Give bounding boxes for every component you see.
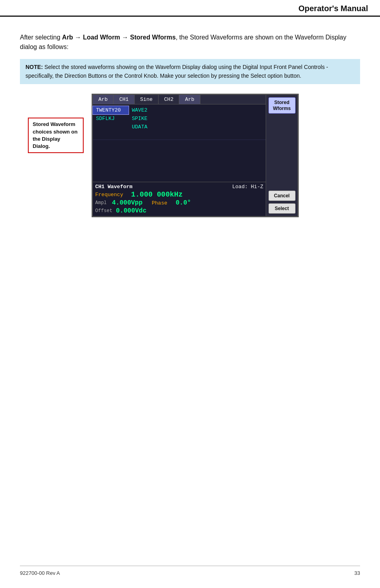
device-screen: Arb CH1 Sine CH2 Arb xyxy=(92,94,299,217)
ampl-value: 4.000Vpp xyxy=(112,199,152,206)
offset-row: Offset 0.000Vdc xyxy=(95,207,263,214)
tab-ch1[interactable]: CH1 xyxy=(114,95,134,104)
wf-cell-udata[interactable]: UDATA xyxy=(129,123,165,131)
ampl-row: Ampl 4.000Vpp Phase 0.0° xyxy=(95,199,263,206)
tab-arb-right[interactable]: Arb xyxy=(179,95,200,104)
note-text: Select the stored waveforms showing on t… xyxy=(25,64,328,79)
intro-paragraph: After selecting Arb → Load Wform → Store… xyxy=(20,33,360,52)
frequency-label: Frequency xyxy=(95,192,131,198)
wf-cell-twenty20[interactable]: TWENTY20 xyxy=(93,106,129,114)
offset-value: 0.000Vdc xyxy=(116,207,147,214)
label-line1: Stored Waveform xyxy=(33,121,79,128)
bottom-info: CH1 Waveform Load: Hi-Z Frequency 1.000 … xyxy=(93,182,266,216)
phase-label: Phase xyxy=(152,200,176,206)
ampl-label: Ampl xyxy=(95,200,112,206)
select-button[interactable]: Select xyxy=(268,203,296,214)
offset-label: Offset xyxy=(95,208,116,214)
wf-empty-row xyxy=(93,131,266,140)
footer-right: 33 xyxy=(355,570,360,576)
wf-cell-wave2[interactable]: WAVE2 xyxy=(129,106,165,114)
wf-cell-sdflkj[interactable]: SDFLKJ xyxy=(93,114,129,123)
wf-cell-spike[interactable]: SPIKE xyxy=(129,114,165,123)
button-panel: StoredWforms Cancel Select xyxy=(266,95,298,216)
btn-group-bottom: Cancel Select xyxy=(268,191,295,214)
load-label: Load: Hi-Z xyxy=(232,184,263,190)
label-line2: choices shown on xyxy=(33,128,79,136)
label-box: Stored Waveform choices shown on the Dis… xyxy=(28,118,84,153)
stored-wforms-button[interactable]: StoredWforms xyxy=(268,97,296,114)
frequency-value: 1.000 000kHz xyxy=(131,191,183,199)
btn-group-top: StoredWforms xyxy=(268,97,295,114)
wf-row-0[interactable]: TWENTY20 WAVE2 xyxy=(93,106,266,114)
manual-title: Operator's Manual xyxy=(298,4,368,13)
display-panel: Arb CH1 Sine CH2 Arb xyxy=(93,95,266,216)
footer-left: 922700-00 Rev A xyxy=(20,570,60,576)
tab-arb-left[interactable]: Arb xyxy=(93,95,114,104)
page-footer: 922700-00 Rev A 33 xyxy=(20,566,360,576)
label-line3: the Display Dialog. xyxy=(33,136,79,150)
phase-value: 0.0° xyxy=(176,199,191,206)
main-content: After selecting Arb → Load Wform → Store… xyxy=(0,29,380,241)
stored-wforms-label: StoredWforms xyxy=(273,100,291,111)
freq-row: Frequency 1.000 000kHz xyxy=(95,191,263,199)
ch1-waveform-label: CH1 Waveform xyxy=(95,184,133,190)
wf-cell-empty-col1 xyxy=(93,123,129,131)
device-area: Stored Waveform choices shown on the Dis… xyxy=(28,94,360,217)
wf-row-1[interactable]: SDFLKJ SPIKE xyxy=(93,114,266,123)
note-box: NOTE: Select the stored waveforms showin… xyxy=(20,59,360,84)
wf-row-2[interactable]: UDATA xyxy=(93,123,266,131)
intro-bold-path: Arb → Load Wform → Stored Wforms xyxy=(62,34,176,41)
page-header: Operator's Manual xyxy=(0,0,380,17)
waveform-list: TWENTY20 WAVE2 SDFLKJ SPIKE xyxy=(93,104,266,182)
intro-text-before: After selecting xyxy=(20,34,62,41)
tab-sine[interactable]: Sine xyxy=(135,95,159,104)
tab-row: Arb CH1 Sine CH2 Arb xyxy=(93,95,266,104)
tab-ch2[interactable]: CH2 xyxy=(159,95,179,104)
bottom-row1: CH1 Waveform Load: Hi-Z xyxy=(95,184,263,190)
cancel-button[interactable]: Cancel xyxy=(268,191,296,201)
note-label: NOTE: xyxy=(25,64,43,70)
